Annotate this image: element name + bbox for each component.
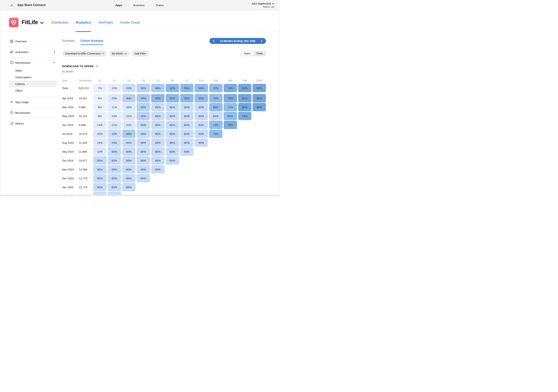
empty-cell — [253, 112, 266, 120]
cohort-cell: 60% — [209, 112, 223, 120]
cohort-cell: 15% — [108, 84, 121, 92]
horizontal-scrollbar[interactable] — [0, 195, 279, 196]
cohort-cell: 71% — [224, 103, 237, 111]
sidebar-item-acquisition[interactable]: Acquisition — [9, 48, 57, 56]
topbar-brand[interactable]: App Store Connect — [9, 2, 46, 8]
cohort-cell: 19% — [93, 147, 107, 156]
sidebar-item-cohorts[interactable]: Cohorts — [9, 81, 57, 87]
column-header-d180: D180 — [253, 79, 266, 82]
sidebar-item-offers[interactable]: Offers — [9, 87, 57, 94]
sidebar-item-app-usage[interactable]: App Usage — [9, 98, 57, 106]
column-header-d14: D14 — [194, 79, 208, 82]
tab-xcode-cloud[interactable]: Xcode Cloud — [120, 13, 140, 32]
empty-cell — [224, 165, 237, 173]
cohort-cell: 60% — [166, 156, 179, 165]
column-header-d1: D1 — [93, 79, 107, 82]
sidebar-item-label: Metrics — [15, 122, 24, 125]
date-range-picker[interactable]: 12 Months Ending: Mar 2025 — [209, 38, 266, 44]
sidebar-subitems: SalesSubscriptionsCohortsOffers — [9, 67, 57, 95]
sidebar-item-overview[interactable]: Overview — [9, 37, 57, 45]
sidebar-item-sales[interactable]: Sales — [9, 67, 57, 74]
sidebar-item-monetization[interactable]: Monetization — [9, 59, 57, 67]
app-switcher[interactable]: FitLife — [22, 19, 44, 26]
row-date: Jul 2024 — [62, 130, 78, 138]
empty-cell — [209, 174, 223, 182]
fitlife-app-icon — [9, 17, 18, 27]
cohort-cell: 60% — [137, 130, 150, 138]
cohort-cell: 60% — [194, 130, 208, 138]
topbar-nav-apps[interactable]: Apps — [115, 4, 122, 7]
content-layout: OverviewAcquisitionMonetizationSalesSubs… — [0, 32, 279, 196]
cohort-cell: 60% — [151, 147, 165, 156]
row-downloads: 12,569 — [79, 165, 92, 173]
empty-cell — [209, 138, 223, 147]
cohort-cell: 60% — [122, 165, 136, 173]
cohort-cell: 60% — [166, 121, 179, 129]
filter-label: Download-to-Offer Conversion — [65, 52, 101, 55]
sidebar-item-metrics[interactable]: Metrics — [9, 119, 57, 128]
row-date: Dec 2024 — [62, 174, 78, 182]
cohort-cell: 7% — [93, 84, 107, 92]
date-range-label: 12 Months Ending: Mar 2025 — [220, 40, 256, 43]
row-date: Oct 2024 — [62, 156, 78, 165]
section-subtitle: by Month — [62, 70, 266, 73]
topbar-nav-teams[interactable]: Teams — [156, 4, 164, 7]
app-section-tabs: DistributionAnalyticsTestFlightXcode Clo… — [51, 13, 140, 32]
tab-analytics[interactable]: Analytics — [76, 13, 91, 32]
cohort-cell: 60% — [108, 147, 121, 156]
chevron-left-icon[interactable] — [212, 39, 215, 43]
cohort-cell: 85% — [238, 103, 252, 111]
column-header-d6: D6 — [166, 79, 179, 82]
tab-cohort-analysis[interactable]: Cohort Analysis — [80, 39, 103, 43]
cohort-cell: 75% — [238, 112, 252, 120]
user-menu[interactable]: John Appleseed Nature Lab — [251, 2, 274, 8]
cohort-cell: 96% — [253, 94, 266, 102]
empty-cell — [151, 183, 165, 191]
toggle-rates[interactable]: Rates — [241, 51, 253, 56]
empty-cell — [209, 147, 223, 156]
empty-cell — [180, 183, 194, 191]
tab-distribution[interactable]: Distribution — [51, 13, 69, 32]
tab-summary[interactable]: Summary — [62, 39, 75, 43]
cohort-cell: 60% — [122, 156, 136, 165]
info-icon[interactable]: i — [95, 65, 98, 68]
cohort-cell: 60% — [166, 138, 179, 147]
table-header-row: DateDownloadsD1D2D3D4D5D6D7D14D35D60D90D… — [62, 79, 266, 82]
add-filter-button[interactable]: Add Filter — [132, 51, 149, 57]
sidebar-item-benchmarks[interactable]: Benchmarks — [9, 109, 57, 117]
cohort-cell: 30% — [137, 84, 150, 92]
cohort-cell: 85% — [238, 94, 252, 102]
chevron-right-icon[interactable] — [260, 39, 263, 43]
cohort-cell: 60% — [108, 183, 121, 191]
table-row-may-2024: May 202410,1548%15%22%32%60%60%60%60%60%… — [62, 112, 266, 120]
column-header-d90: D90 — [238, 79, 252, 82]
chart-icon — [10, 122, 13, 125]
table-row-jun-2024: Jun 20249,68814%21%22%60%60%60%60%60%70%… — [62, 121, 266, 129]
section-title: DOWNLOAD TO OFFER — [62, 65, 94, 68]
app-store-connect-window: App Store Connect AppsBusinessTeams John… — [0, 0, 279, 196]
by-month-button[interactable]: By Month — [109, 51, 129, 57]
empty-cell — [238, 147, 252, 156]
cohort-cell: 60% — [151, 138, 165, 147]
cohort-cell: 60% — [166, 147, 179, 156]
cohort-cell: 20% — [122, 103, 136, 111]
row-date: Sep 2024 — [62, 147, 78, 156]
topbar-nav-business[interactable]: Business — [133, 4, 144, 7]
cohort-cell: 60% — [137, 174, 150, 182]
empty-cell — [137, 183, 150, 191]
sidebar-item-label: App Usage — [15, 101, 29, 104]
download-to-offer-conversion-button[interactable]: Download-to-Offer Conversion — [62, 51, 107, 57]
sidebar-item-label: Acquisition — [15, 51, 28, 53]
empty-cell — [209, 183, 223, 191]
cohort-cell: 70% — [209, 121, 223, 129]
cohort-cell: 50% — [151, 94, 165, 102]
cohort-cell: 60% — [180, 121, 194, 129]
empty-cell — [253, 130, 266, 138]
empty-cell — [224, 183, 237, 191]
sidebar-item-subscriptions[interactable]: Subscriptions — [9, 74, 57, 81]
rates-totals-toggle: RatesTotals — [241, 51, 266, 56]
cohort-cell: 45% — [137, 94, 150, 102]
toggle-totals[interactable]: Totals — [253, 51, 266, 56]
cohort-cell: 60% — [180, 112, 194, 120]
tab-testflight[interactable]: TestFlight — [98, 13, 113, 32]
